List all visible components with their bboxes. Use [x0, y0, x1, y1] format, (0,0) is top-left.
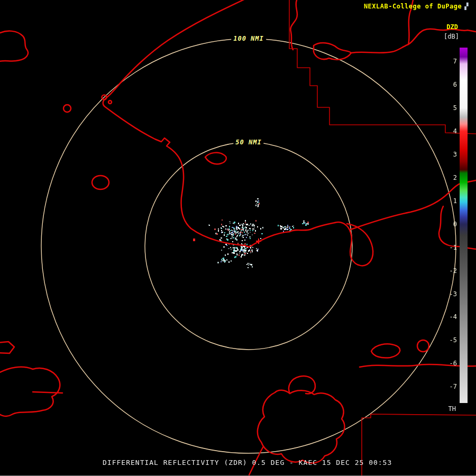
colorbar-tick-label: -1 [450, 244, 457, 251]
ring-label-outer: 100 NMI [231, 35, 266, 42]
colorbar-tick-label: -7 [450, 383, 457, 390]
colorbar-tick-label: 6 [453, 81, 457, 88]
coastline [63, 105, 71, 112]
coastline [103, 98, 335, 247]
colorbar-tick-label: -5 [450, 336, 457, 344]
colorbar-tick-label: -6 [450, 360, 457, 367]
radar-display: 100 NMI 50 NMI NEXLAB-College of DuPage … [0, 0, 476, 476]
coastline [108, 100, 112, 104]
coastline [92, 176, 109, 189]
range-ring-inner [145, 142, 352, 350]
colorbar-tick-label: 1 [453, 197, 457, 205]
coastline [106, 0, 249, 98]
statusbar-text: DIFFERENTIAL REFLECTIVITY (ZDR) 0.5 DEG … [103, 459, 392, 466]
coastline [290, 0, 297, 50]
colorbar-tick-label: 3 [453, 151, 457, 158]
colorbar-ticks: 76543210-1-2-3-4-5-6-7 [441, 0, 457, 423]
colorbar-tick-label: 5 [453, 104, 457, 112]
coastline [0, 342, 14, 353]
colorbar-threshold-label: TH [448, 405, 456, 413]
colorbar-tick-label: 7 [453, 58, 457, 65]
coastline [0, 31, 28, 62]
colorbar-gradient [460, 48, 468, 403]
coastline [205, 153, 226, 164]
colorbar-tick-label: -3 [450, 290, 457, 298]
colorbar-tick-label: -4 [450, 313, 457, 321]
colorbar-tick-label: 4 [453, 127, 457, 135]
colorbar-tick-label: -2 [450, 267, 457, 274]
coastlines-group [0, 0, 476, 475]
colorbar-tick-label: 0 [453, 221, 457, 228]
coastline [417, 340, 429, 352]
ring-label-inner: 50 NMI [233, 139, 263, 146]
coastline [0, 367, 60, 416]
coastline [371, 344, 400, 358]
statusbar: DIFFERENTIAL REFLECTIVITY (ZDR) 0.5 DEG … [0, 451, 476, 474]
colorbar-tick-label: 2 [453, 174, 457, 181]
map-overlay [0, 0, 476, 476]
